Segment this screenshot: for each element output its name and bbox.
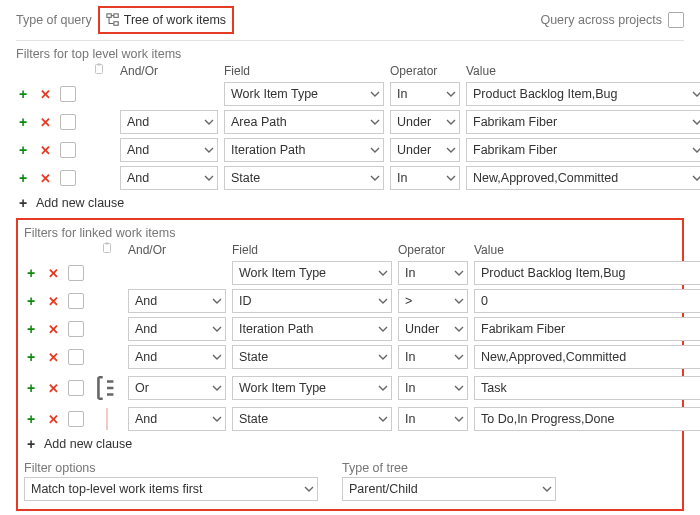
- field-select[interactable]: State: [232, 407, 392, 431]
- value-select[interactable]: To Do,In Progress,Done: [474, 407, 700, 431]
- andor-select[interactable]: And: [120, 138, 218, 162]
- field-select[interactable]: Work Item Type: [232, 261, 392, 285]
- insert-clause-button[interactable]: +: [16, 115, 30, 129]
- value-header: Value: [474, 243, 700, 257]
- operator-select[interactable]: In: [390, 166, 460, 190]
- remove-clause-button[interactable]: ✕: [46, 412, 60, 426]
- field-select[interactable]: Iteration Path: [232, 317, 392, 341]
- field-value: Area Path: [231, 115, 287, 129]
- remove-clause-button[interactable]: ✕: [46, 381, 60, 395]
- row-checkbox[interactable]: [68, 349, 84, 365]
- value-select[interactable]: Fabrikam Fiber: [466, 110, 700, 134]
- add-clause-linked[interactable]: + Add new clause: [24, 437, 676, 451]
- remove-clause-button[interactable]: ✕: [46, 322, 60, 336]
- chevron-down-icon: [692, 144, 700, 158]
- insert-clause-button[interactable]: +: [24, 350, 38, 364]
- operator-select[interactable]: In: [398, 407, 468, 431]
- andor-select[interactable]: And: [120, 166, 218, 190]
- insert-clause-button[interactable]: +: [24, 412, 38, 426]
- plus-icon: +: [16, 196, 30, 210]
- remove-clause-button[interactable]: ✕: [38, 171, 52, 185]
- field-header: Field: [232, 243, 392, 257]
- chevron-down-icon: [692, 88, 700, 102]
- andor-select[interactable]: And: [128, 289, 226, 313]
- row-checkbox[interactable]: [60, 114, 76, 130]
- chevron-down-icon: [370, 172, 380, 186]
- insert-clause-button[interactable]: +: [16, 87, 30, 101]
- remove-clause-button[interactable]: ✕: [38, 115, 52, 129]
- value-select[interactable]: Fabrikam Fiber: [466, 138, 700, 162]
- andor-select[interactable]: Or: [128, 376, 226, 400]
- row-checkbox[interactable]: [68, 321, 84, 337]
- clause-value: Task: [481, 381, 507, 395]
- andor-value: And: [135, 412, 157, 426]
- andor-value: Or: [135, 381, 149, 395]
- field-select[interactable]: ID: [232, 289, 392, 313]
- row-checkbox[interactable]: [60, 170, 76, 186]
- operator-select[interactable]: >: [398, 289, 468, 313]
- operator-select[interactable]: In: [398, 261, 468, 285]
- andor-select[interactable]: And: [128, 317, 226, 341]
- chevron-down-icon: [692, 116, 700, 130]
- operator-select[interactable]: In: [390, 82, 460, 106]
- andor-select[interactable]: And: [128, 345, 226, 369]
- field-select[interactable]: Area Path: [224, 110, 384, 134]
- divider: [16, 40, 684, 41]
- operator-value: In: [405, 266, 415, 280]
- value-select[interactable]: Product Backlog Item,Bug: [474, 261, 700, 285]
- remove-clause-button[interactable]: ✕: [46, 294, 60, 308]
- value-select[interactable]: Fabrikam Fiber: [474, 317, 700, 341]
- andor-value: And: [135, 294, 157, 308]
- row-checkbox[interactable]: [68, 380, 84, 396]
- svg-rect-3: [96, 65, 103, 74]
- insert-clause-button[interactable]: +: [16, 143, 30, 157]
- field-value: Iteration Path: [239, 322, 313, 336]
- value-select[interactable]: Product Backlog Item,Bug: [466, 82, 700, 106]
- operator-select[interactable]: In: [398, 345, 468, 369]
- insert-clause-button[interactable]: +: [24, 381, 38, 395]
- query-across-checkbox[interactable]: [668, 12, 684, 28]
- operator-value: In: [405, 350, 415, 364]
- operator-select[interactable]: In: [398, 376, 468, 400]
- clause-value: Product Backlog Item,Bug: [481, 266, 626, 280]
- clause-value: To Do,In Progress,Done: [481, 412, 614, 426]
- group-indicator[interactable]: [92, 373, 122, 403]
- field-select[interactable]: Work Item Type: [224, 82, 384, 106]
- value-select[interactable]: New,Approved,Committed: [474, 345, 700, 369]
- value-select[interactable]: New,Approved,Committed: [466, 166, 700, 190]
- remove-clause-button[interactable]: ✕: [46, 350, 60, 364]
- remove-clause-button[interactable]: ✕: [38, 87, 52, 101]
- insert-clause-button[interactable]: +: [24, 266, 38, 280]
- row-checkbox[interactable]: [68, 293, 84, 309]
- field-select[interactable]: Iteration Path: [224, 138, 384, 162]
- operator-select[interactable]: Under: [398, 317, 468, 341]
- operator-select[interactable]: Under: [390, 138, 460, 162]
- operator-value: In: [405, 381, 415, 395]
- remove-clause-button[interactable]: ✕: [38, 143, 52, 157]
- operator-select[interactable]: Under: [390, 110, 460, 134]
- insert-clause-button[interactable]: +: [24, 294, 38, 308]
- row-checkbox[interactable]: [68, 265, 84, 281]
- filter-options-select[interactable]: Match top-level work items first: [24, 477, 318, 501]
- row-checkbox[interactable]: [60, 86, 76, 102]
- operator-value: Under: [405, 322, 439, 336]
- row-checkbox[interactable]: [68, 411, 84, 427]
- value-select[interactable]: Task: [474, 376, 700, 400]
- svg-rect-0: [107, 14, 111, 18]
- field-select[interactable]: State: [224, 166, 384, 190]
- row-checkbox[interactable]: [60, 142, 76, 158]
- add-clause-top[interactable]: + Add new clause: [16, 196, 684, 210]
- operator-value: Under: [397, 143, 431, 157]
- remove-clause-button[interactable]: ✕: [46, 266, 60, 280]
- field-select[interactable]: Work Item Type: [232, 376, 392, 400]
- type-of-tree-select[interactable]: Parent/Child: [342, 477, 556, 501]
- type-of-query-selector[interactable]: Tree of work items: [98, 6, 234, 34]
- field-select[interactable]: State: [232, 345, 392, 369]
- value-select[interactable]: 0: [474, 289, 700, 313]
- insert-clause-button[interactable]: +: [24, 322, 38, 336]
- andor-select[interactable]: And: [120, 110, 218, 134]
- insert-clause-button[interactable]: +: [16, 171, 30, 185]
- andor-value: And: [127, 171, 149, 185]
- andor-select[interactable]: And: [128, 407, 226, 431]
- field-value: State: [239, 350, 268, 364]
